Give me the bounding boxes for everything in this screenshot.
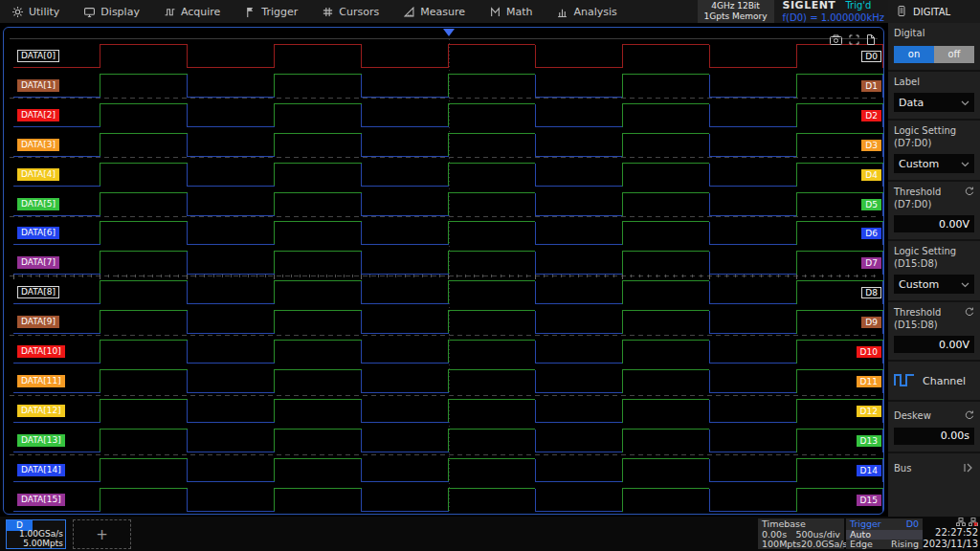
menu-item-acquire[interactable]: Acquire <box>152 0 233 23</box>
bus-arrow-icon <box>964 463 974 474</box>
threshold2-input[interactable]: 0.00V <box>894 336 974 353</box>
channel-badge[interactable]: D1 <box>861 80 881 92</box>
refresh-icon[interactable] <box>965 187 974 198</box>
camera-icon[interactable] <box>830 31 842 49</box>
channel-badge[interactable]: D15 <box>857 495 881 506</box>
channel-label[interactable]: DATA[12] <box>17 405 65 417</box>
menu-item-display[interactable]: Display <box>72 0 152 23</box>
channel-label[interactable]: DATA[9] <box>17 316 59 328</box>
add-channel-button[interactable]: + <box>73 519 131 549</box>
channel-label[interactable]: DATA[10] <box>17 345 65 358</box>
digital-trace <box>100 252 883 275</box>
label-group: Label Data <box>888 72 980 121</box>
timebase-panel[interactable]: Timebase 0.00s 500us/div 100Mpts 20.0GSa… <box>758 518 844 549</box>
channel-label[interactable]: DATA[1] <box>17 79 59 92</box>
menu-item-label: Math <box>506 6 533 18</box>
channel-badge[interactable]: D9 <box>861 317 881 328</box>
channel-badge[interactable]: D14 <box>857 465 881 476</box>
logic-setting1-group: Logic Setting (D7:D0) Custom <box>888 121 980 182</box>
logic-setting2-select[interactable]: Custom <box>894 275 974 294</box>
oscilloscope-screen: UtilityDisplayAcquireTriggerCursorsMeasu… <box>0 0 980 551</box>
channel-label[interactable]: DATA[5] <box>17 198 59 210</box>
channel-label[interactable]: DATA[8] <box>17 286 59 298</box>
topbar-right: 4GHz 12Bit 1Gpts Memory SIGLENT Trig'd f… <box>698 0 889 23</box>
digital-trace <box>100 459 883 482</box>
digital-trace <box>100 104 883 127</box>
channel-badge[interactable]: D3 <box>861 140 881 151</box>
math-icon <box>490 7 501 17</box>
channel-badge[interactable]: D12 <box>857 406 881 417</box>
digital-trace <box>100 430 883 452</box>
acquire-icon <box>165 7 175 17</box>
chevron-down-icon <box>961 158 969 170</box>
refresh-icon[interactable] <box>965 410 974 422</box>
channel-label[interactable]: DATA[2] <box>17 109 59 121</box>
channel-badge[interactable]: D4 <box>861 169 881 181</box>
menu-item-label: Cursors <box>339 6 379 18</box>
cursors-icon <box>323 7 333 17</box>
channel-label[interactable]: DATA[0] <box>17 50 59 62</box>
channel-button-label: Channel <box>923 375 966 387</box>
channel-label[interactable]: DATA[14] <box>17 464 65 476</box>
digital-trace <box>100 134 883 157</box>
flag-icon <box>245 7 256 17</box>
menu-item-utility[interactable]: Utility <box>0 0 72 23</box>
channel-badge[interactable]: D11 <box>857 376 881 387</box>
plus-icon: + <box>96 526 108 543</box>
trigger-panel[interactable]: Trigger D0 Auto Edge Rising <box>846 518 923 549</box>
trigger-status-badge: Trig'd <box>845 0 871 11</box>
digital-channel-descriptor[interactable]: D 1.00GSa/s 5.00Mpts <box>6 519 66 549</box>
fullscreen-icon[interactable] <box>849 31 859 49</box>
menu-item-measure[interactable]: Measure <box>391 0 478 23</box>
digital-panel-icon <box>898 6 905 18</box>
network-icon <box>956 518 966 526</box>
channel-label[interactable]: DATA[15] <box>17 494 65 506</box>
channel-badge[interactable]: D0 <box>861 51 881 62</box>
channel-badge[interactable]: D7 <box>861 257 881 269</box>
deskew-input[interactable]: 0.00s <box>894 428 974 445</box>
gear-icon <box>12 7 23 17</box>
clock-time: 22:27:52 <box>923 527 978 539</box>
channel-label[interactable]: DATA[13] <box>17 434 65 447</box>
menu-item-math[interactable]: Math <box>478 0 546 23</box>
digital-trace <box>100 311 883 334</box>
frequency-counter: f(D0) = 1.000000kHz <box>783 12 884 23</box>
channel-badge[interactable]: D13 <box>857 435 881 447</box>
digital-off-button[interactable]: off <box>934 46 974 63</box>
channel-button[interactable]: Channel <box>888 362 980 402</box>
digital-on-button[interactable]: on <box>894 46 934 63</box>
channel-badge[interactable]: D10 <box>857 346 881 358</box>
logic-setting1-select[interactable]: Custom <box>894 154 974 173</box>
channel-badge[interactable]: D2 <box>861 110 881 121</box>
menu-item-trigger[interactable]: Trigger <box>233 0 310 23</box>
channel-label[interactable]: DATA[11] <box>17 375 65 387</box>
timebase-points: 100Mpts <box>762 540 801 550</box>
channel-label[interactable]: DATA[6] <box>17 227 59 239</box>
memory-spec-line2: 1Gpts Memory <box>704 11 768 22</box>
top-menu-bar: UtilityDisplayAcquireTriggerCursorsMeasu… <box>0 0 888 23</box>
bus-button[interactable]: Bus <box>888 453 980 499</box>
channel-label[interactable]: DATA[7] <box>17 256 59 269</box>
channel-badge[interactable]: D8 <box>861 287 881 298</box>
channel-badge[interactable]: D6 <box>861 228 881 239</box>
label-select[interactable]: Data <box>894 93 974 112</box>
menu: UtilityDisplayAcquireTriggerCursorsMeasu… <box>0 0 630 23</box>
threshold2-group: Threshold (D15:D8) 0.00V <box>888 302 980 362</box>
menu-item-cursors[interactable]: Cursors <box>310 0 391 23</box>
refresh-icon[interactable] <box>965 307 974 319</box>
menu-item-analysis[interactable]: Analysis <box>545 0 629 23</box>
digital-trace <box>100 370 883 393</box>
measure-icon <box>404 7 414 17</box>
waveform-plot-area: DATA[0]D0DATA[1]D1DATA[2]D2DATA[3]D3DATA… <box>3 27 884 515</box>
logic-setting1-value: Custom <box>899 158 939 170</box>
page-icon[interactable] <box>866 31 876 49</box>
sidebar-title: DIGITAL <box>913 7 950 17</box>
waveform-canvas <box>4 28 883 514</box>
channel-badge[interactable]: D5 <box>861 199 881 210</box>
threshold1-input[interactable]: 0.00V <box>894 215 974 232</box>
channel-label[interactable]: DATA[3] <box>17 139 59 151</box>
channel-label[interactable]: DATA[4] <box>17 168 59 181</box>
clock: 22:27:52 2023/11/13 <box>923 518 978 549</box>
memory-spec-box: 4GHz 12Bit 1Gpts Memory <box>698 0 774 23</box>
trigger-position-marker[interactable] <box>443 29 455 36</box>
